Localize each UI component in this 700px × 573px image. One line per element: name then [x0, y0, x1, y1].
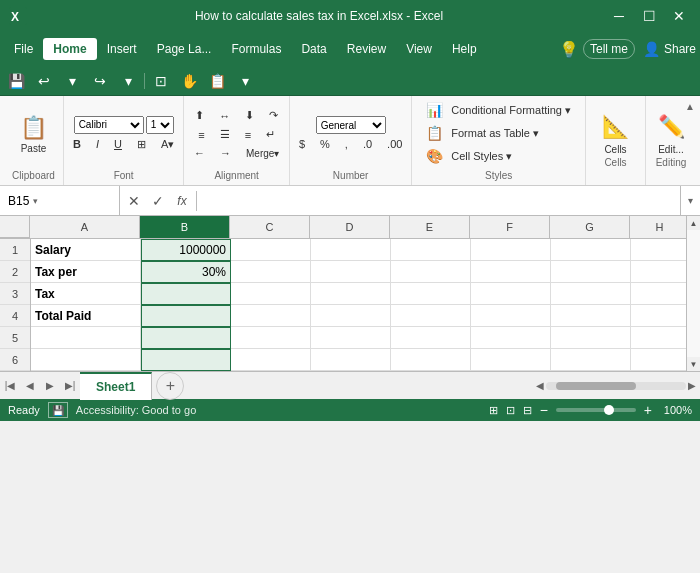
- cell-d1[interactable]: [311, 239, 391, 261]
- align-left-button[interactable]: ≡: [192, 126, 210, 143]
- qa-more-button[interactable]: ▾: [233, 69, 257, 93]
- col-header-h[interactable]: H: [630, 216, 686, 238]
- sheet-nav-last[interactable]: ▶|: [60, 376, 80, 396]
- sheet-nav-prev[interactable]: ◀: [20, 376, 40, 396]
- menu-page-layout[interactable]: Page La...: [147, 38, 222, 60]
- format-as-table-button[interactable]: 📋 Format as Table ▾: [420, 123, 577, 143]
- underline-button[interactable]: U: [108, 136, 128, 152]
- sheet-nav-next[interactable]: ▶: [40, 376, 60, 396]
- cell-a4[interactable]: Total Paid: [31, 305, 141, 327]
- cell-d4[interactable]: [311, 305, 391, 327]
- cell-h5[interactable]: [631, 327, 686, 349]
- form-button[interactable]: 📋: [205, 69, 229, 93]
- cell-c2[interactable]: [231, 261, 311, 283]
- status-save-icon[interactable]: 💾: [48, 402, 68, 418]
- cell-h2[interactable]: [631, 261, 686, 283]
- formula-input[interactable]: [197, 194, 680, 208]
- zoom-out-button[interactable]: −: [540, 402, 548, 418]
- menu-formulas[interactable]: Formulas: [221, 38, 291, 60]
- menu-help[interactable]: Help: [442, 38, 487, 60]
- cell-h4[interactable]: [631, 305, 686, 327]
- cell-g1[interactable]: [551, 239, 631, 261]
- hscroll-right[interactable]: ▶: [688, 380, 696, 391]
- cell-a5[interactable]: [31, 327, 141, 349]
- cell-styles-button[interactable]: 🎨 Cell Styles ▾: [420, 146, 577, 166]
- italic-button[interactable]: I: [90, 136, 105, 152]
- zoom-level[interactable]: 100%: [660, 404, 692, 416]
- hscroll-left[interactable]: ◀: [536, 380, 544, 391]
- cell-a3[interactable]: Tax: [31, 283, 141, 305]
- cell-f2[interactable]: [471, 261, 551, 283]
- menu-data[interactable]: Data: [291, 38, 336, 60]
- cell-f1[interactable]: [471, 239, 551, 261]
- align-center-button[interactable]: ☰: [214, 126, 236, 143]
- sheet-tab-sheet1[interactable]: Sheet1: [80, 372, 152, 400]
- touch-button[interactable]: ✋: [177, 69, 201, 93]
- cell-c3[interactable]: [231, 283, 311, 305]
- cell-g3[interactable]: [551, 283, 631, 305]
- fill-color-button[interactable]: A▾: [155, 136, 180, 153]
- ribbon-collapse-button[interactable]: ▲: [682, 98, 698, 114]
- cell-e6[interactable]: [391, 349, 471, 371]
- formula-fx-button[interactable]: fx: [172, 191, 192, 211]
- increase-indent-button[interactable]: →: [214, 145, 237, 161]
- save-button[interactable]: 💾: [4, 69, 28, 93]
- row-header-3[interactable]: 3: [0, 283, 30, 305]
- cell-f4[interactable]: [471, 305, 551, 327]
- cell-h1[interactable]: [631, 239, 686, 261]
- row-header-1[interactable]: 1: [0, 239, 30, 261]
- increase-decimal-button[interactable]: .00: [381, 136, 408, 152]
- add-sheet-button[interactable]: +: [156, 372, 184, 400]
- zoom-thumb[interactable]: [604, 405, 614, 415]
- view-page-button[interactable]: ⊟: [523, 404, 532, 417]
- align-right-button[interactable]: ≡: [239, 126, 257, 143]
- scroll-up-button[interactable]: ▲: [687, 216, 701, 230]
- cell-a1[interactable]: Salary: [31, 239, 141, 261]
- cell-h3[interactable]: [631, 283, 686, 305]
- formula-cancel-button[interactable]: ✕: [124, 191, 144, 211]
- menu-home[interactable]: Home: [43, 38, 96, 60]
- header-corner[interactable]: [0, 216, 30, 238]
- cell-c4[interactable]: [231, 305, 311, 327]
- col-header-d[interactable]: D: [310, 216, 390, 238]
- wrap-text-button[interactable]: ↵: [260, 126, 281, 143]
- cell-c1[interactable]: [231, 239, 311, 261]
- cell-b6[interactable]: [141, 349, 231, 371]
- row-header-5[interactable]: 5: [0, 327, 30, 349]
- border-button[interactable]: ⊞: [131, 136, 152, 153]
- scroll-down-button[interactable]: ▼: [687, 357, 701, 371]
- menu-review[interactable]: Review: [337, 38, 396, 60]
- col-header-g[interactable]: G: [550, 216, 630, 238]
- formula-expand-button[interactable]: ▾: [680, 186, 700, 216]
- cell-f6[interactable]: [471, 349, 551, 371]
- zoom-in-button[interactable]: +: [644, 402, 652, 418]
- tell-me[interactable]: Tell me: [583, 39, 635, 59]
- cell-b3[interactable]: [141, 283, 231, 305]
- cell-e4[interactable]: [391, 305, 471, 327]
- name-box[interactable]: B15 ▾: [0, 186, 120, 215]
- row-header-6[interactable]: 6: [0, 349, 30, 371]
- cell-a6[interactable]: [31, 349, 141, 371]
- col-header-c[interactable]: C: [230, 216, 310, 238]
- cell-b4[interactable]: [141, 305, 231, 327]
- bold-button[interactable]: B: [67, 136, 87, 152]
- formula-confirm-button[interactable]: ✓: [148, 191, 168, 211]
- cell-b2[interactable]: 30%: [141, 261, 231, 283]
- cell-h6[interactable]: [631, 349, 686, 371]
- undo-dropdown[interactable]: ▾: [60, 69, 84, 93]
- zoom-slider[interactable]: [556, 408, 636, 412]
- menu-view[interactable]: View: [396, 38, 442, 60]
- redo-dropdown[interactable]: ▾: [116, 69, 140, 93]
- currency-button[interactable]: $: [293, 136, 311, 152]
- hscroll-thumb[interactable]: [556, 382, 636, 390]
- decrease-indent-button[interactable]: ←: [188, 145, 211, 161]
- align-top-button[interactable]: ⬆: [189, 107, 210, 124]
- cell-g6[interactable]: [551, 349, 631, 371]
- row-header-2[interactable]: 2: [0, 261, 30, 283]
- text-direction-button[interactable]: ↷: [263, 107, 284, 124]
- cell-f3[interactable]: [471, 283, 551, 305]
- close-button[interactable]: ✕: [666, 6, 692, 26]
- merge-button[interactable]: Merge▾: [240, 145, 285, 161]
- comma-button[interactable]: ,: [339, 136, 354, 152]
- scroll-track[interactable]: [687, 230, 700, 357]
